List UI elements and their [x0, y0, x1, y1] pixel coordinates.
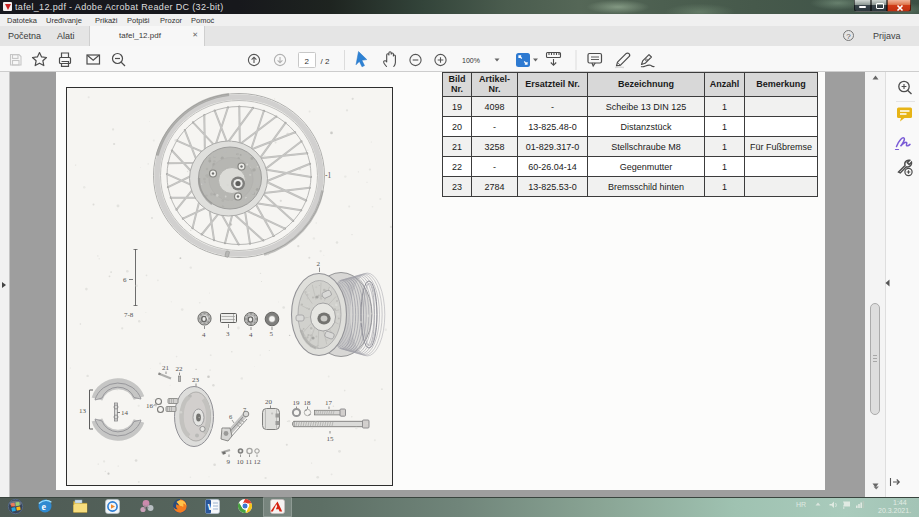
svg-text:e: e	[42, 501, 47, 512]
svg-text:100%: 100%	[462, 57, 480, 64]
svg-text:20.3.2021.: 20.3.2021.	[878, 507, 911, 514]
svg-text:2: 2	[305, 57, 310, 66]
svg-text:HR: HR	[796, 501, 806, 508]
svg-text:1:44: 1:44	[893, 499, 907, 506]
svg-text:/ 2: / 2	[321, 57, 330, 66]
